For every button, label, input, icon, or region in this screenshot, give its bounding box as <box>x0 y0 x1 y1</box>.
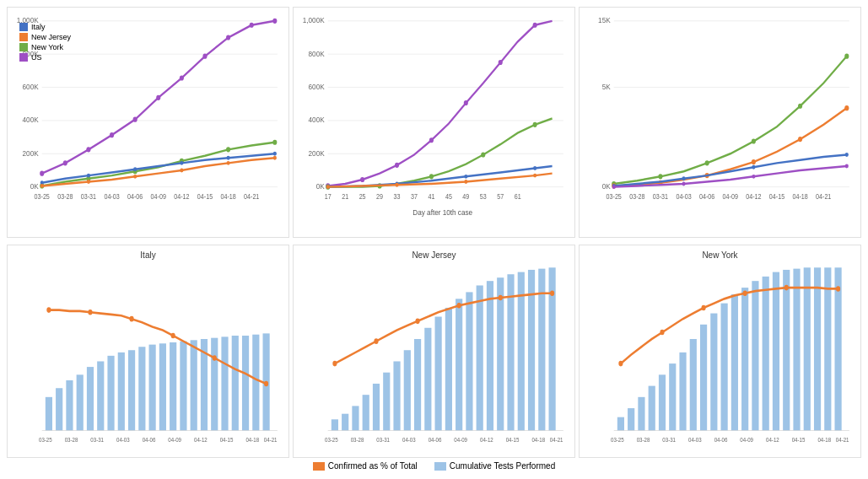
svg-rect-217 <box>690 339 697 431</box>
bottom-italy-svg: 03-25 03-28 03-31 04-03 04-06 04-09 04-1… <box>14 263 282 453</box>
svg-rect-228 <box>804 267 811 430</box>
svg-text:04-18: 04-18 <box>245 436 259 444</box>
svg-text:04-12: 04-12 <box>194 436 208 444</box>
svg-rect-173 <box>352 406 359 430</box>
svg-point-68 <box>499 60 503 65</box>
svg-text:Day after 10th case: Day after 10th case <box>412 207 472 217</box>
svg-text:04-21: 04-21 <box>836 436 849 444</box>
svg-text:15K: 15K <box>598 16 611 25</box>
svg-rect-145 <box>180 342 186 431</box>
svg-point-103 <box>658 174 662 179</box>
svg-rect-180 <box>424 328 431 431</box>
svg-text:04-06: 04-06 <box>429 436 442 444</box>
legend-item-italy: Italy <box>19 23 71 31</box>
svg-point-104 <box>705 160 709 165</box>
svg-rect-179 <box>414 339 421 431</box>
svg-text:04-09: 04-09 <box>454 436 467 444</box>
svg-point-65 <box>395 163 399 168</box>
svg-point-116 <box>752 165 755 170</box>
svg-point-154 <box>46 307 51 313</box>
svg-rect-225 <box>773 272 779 431</box>
svg-rect-229 <box>814 267 821 430</box>
svg-point-40 <box>273 156 277 160</box>
top-row: Italy New Jersey New York US 1,000K <box>7 7 861 238</box>
svg-text:04-21: 04-21 <box>816 193 832 202</box>
tests-legend-item: Cumulative Tests Performed <box>434 461 555 471</box>
top-middle-chart: 1,000K 800K 600K 400K 200K 0K <box>293 7 575 238</box>
svg-point-113 <box>844 105 849 110</box>
svg-point-197 <box>499 295 503 301</box>
svg-text:400K: 400K <box>23 116 39 125</box>
top-right-svg: 15K 5K 0K <box>586 13 854 220</box>
svg-point-195 <box>416 319 420 325</box>
svg-text:04-03: 04-03 <box>688 436 702 444</box>
svg-text:03-25: 03-25 <box>611 436 624 444</box>
svg-point-156 <box>130 316 134 322</box>
svg-point-27 <box>226 147 230 152</box>
svg-rect-183 <box>456 299 462 430</box>
svg-text:61: 61 <box>515 193 521 202</box>
svg-text:04-15: 04-15 <box>769 193 785 202</box>
bottom-legend: Confirmed as % of Total Cumulative Tests… <box>7 458 861 472</box>
svg-text:04-15: 04-15 <box>506 436 520 444</box>
svg-point-155 <box>88 309 92 315</box>
svg-point-18 <box>180 75 184 80</box>
svg-rect-177 <box>393 361 400 430</box>
svg-text:03-31: 03-31 <box>653 193 669 202</box>
svg-point-235 <box>743 290 747 296</box>
svg-rect-174 <box>363 395 369 430</box>
svg-text:04-18: 04-18 <box>817 436 831 444</box>
svg-rect-150 <box>232 336 239 431</box>
svg-point-19 <box>202 54 207 59</box>
italy-color <box>19 23 28 31</box>
svg-text:04-18: 04-18 <box>792 193 808 202</box>
svg-point-13 <box>63 160 67 165</box>
svg-text:03-28: 03-28 <box>351 436 364 444</box>
nj-color <box>19 33 28 41</box>
svg-point-34 <box>273 152 277 156</box>
svg-text:04-15: 04-15 <box>197 193 213 202</box>
svg-point-74 <box>533 122 537 127</box>
svg-text:04-06: 04-06 <box>143 436 156 444</box>
svg-text:04-15: 04-15 <box>792 436 806 444</box>
svg-point-119 <box>682 181 686 186</box>
svg-rect-218 <box>700 325 707 431</box>
svg-point-112 <box>798 137 802 142</box>
svg-point-196 <box>457 303 461 309</box>
legend: Italy New Jersey New York US <box>19 23 71 63</box>
svg-point-15 <box>110 132 114 137</box>
bottom-italy-chart: Italy <box>7 245 289 458</box>
svg-text:04-09: 04-09 <box>723 193 739 202</box>
svg-rect-136 <box>87 367 94 430</box>
legend-item-nj: New Jersey <box>19 33 71 41</box>
legend-label-us: US <box>31 53 42 62</box>
svg-point-32 <box>180 161 183 165</box>
svg-rect-185 <box>477 285 483 430</box>
svg-point-159 <box>264 381 268 387</box>
svg-text:04-09: 04-09 <box>151 193 167 202</box>
svg-rect-222 <box>741 288 748 430</box>
svg-point-14 <box>86 147 90 152</box>
svg-text:5K: 5K <box>602 82 611 91</box>
svg-point-16 <box>133 117 137 122</box>
svg-text:03-25: 03-25 <box>607 193 623 202</box>
svg-point-117 <box>845 153 849 157</box>
svg-rect-230 <box>824 267 831 430</box>
bottom-nj-title: New Jersey <box>300 250 568 260</box>
bottom-italy-title: Italy <box>14 250 282 260</box>
svg-text:45: 45 <box>445 193 452 202</box>
svg-text:400K: 400K <box>309 116 325 125</box>
svg-rect-144 <box>170 342 176 431</box>
svg-rect-142 <box>149 345 156 431</box>
svg-text:04-21: 04-21 <box>550 436 563 444</box>
svg-text:17: 17 <box>325 193 332 202</box>
svg-text:04-21: 04-21 <box>264 436 278 444</box>
svg-text:03-31: 03-31 <box>90 436 104 444</box>
svg-rect-152 <box>252 335 259 431</box>
svg-rect-171 <box>332 419 338 430</box>
svg-text:03-31: 03-31 <box>376 436 390 444</box>
main-container: Italy New Jersey New York US 1,000K <box>0 0 868 479</box>
svg-point-107 <box>844 54 849 59</box>
svg-rect-143 <box>159 343 166 430</box>
svg-rect-224 <box>763 277 769 431</box>
